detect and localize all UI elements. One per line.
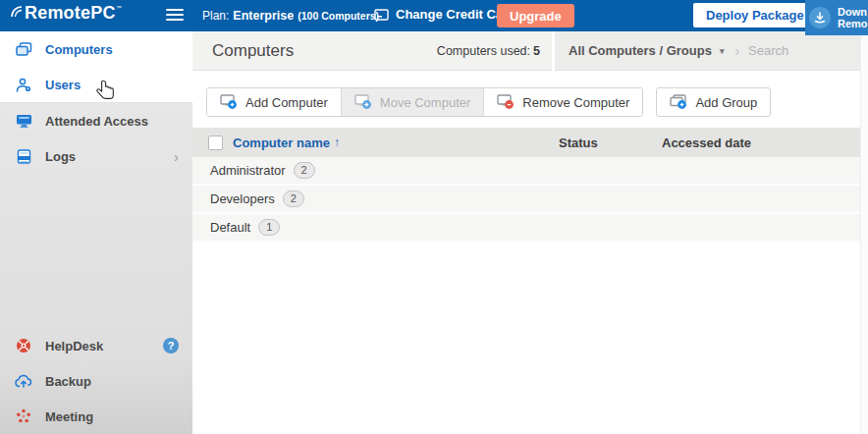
group-name: Developers xyxy=(210,191,275,206)
sidebar-label-backup: Backup xyxy=(45,374,91,389)
dropdown-selected-label: All Computers / Groups xyxy=(569,43,712,58)
logo-signal-icon xyxy=(10,5,24,19)
add-group-icon xyxy=(670,94,687,110)
select-all-checkbox[interactable] xyxy=(208,136,223,150)
add-group-label: Add Group xyxy=(695,95,757,110)
add-computer-icon xyxy=(220,94,238,110)
table-row-administrator[interactable]: Administrator 2 xyxy=(192,157,860,186)
sidebar-item-computers[interactable]: Computers xyxy=(0,31,192,67)
sidebar-top-section: Computers Users xyxy=(0,31,192,103)
table-row-default[interactable]: Default 1 xyxy=(192,214,860,243)
table-row-developers[interactable]: Developers 2 xyxy=(192,186,860,214)
sidebar-item-logs[interactable]: Logs › xyxy=(0,138,192,174)
sidebar-label-attended-access: Attended Access xyxy=(45,114,148,129)
logo-trademark: ™ xyxy=(116,5,122,11)
sidebar-label-helpdesk: HelpDesk xyxy=(45,339,103,353)
plan-capacity: (100 Computers) xyxy=(298,10,379,22)
app-window: RemotePC ™ Plan: Enterprise (100 Compute… xyxy=(0,0,868,434)
column-computer-name[interactable]: Computer name ↑ xyxy=(233,136,340,150)
move-computer-button[interactable]: Move Computer xyxy=(342,88,484,116)
sidebar-label-computers: Computers xyxy=(45,42,113,57)
change-credit-card-link[interactable]: Change Credit Card xyxy=(374,7,515,22)
plan-name: Enterprise xyxy=(233,9,294,23)
credit-card-icon xyxy=(374,9,389,21)
attended-access-icon xyxy=(14,114,33,128)
table-header: Computer name ↑ Status Accessed date xyxy=(192,128,860,157)
filter-bar: All Computers / Groups ▾ › xyxy=(555,31,860,71)
computers-groups-dropdown[interactable]: All Computers / Groups ▾ xyxy=(569,43,724,58)
helpdesk-icon xyxy=(14,338,33,353)
group-count-badge: 2 xyxy=(283,190,304,207)
backup-cloud-icon xyxy=(14,374,33,388)
computers-used-counter: Computers used:5 xyxy=(437,44,540,58)
sidebar-item-users[interactable]: Users xyxy=(0,67,192,102)
sidebar-bottom-section: HelpDesk ? Backup xyxy=(0,328,192,434)
add-computer-button[interactable]: Add Computer xyxy=(207,88,342,116)
search-input[interactable] xyxy=(748,43,868,58)
sidebar-label-users: Users xyxy=(45,78,81,92)
logs-icon xyxy=(14,149,33,164)
remotepc-logo[interactable]: RemotePC ™ xyxy=(10,3,122,24)
move-computer-label: Move Computer xyxy=(380,95,470,110)
add-computer-label: Add Computer xyxy=(245,95,328,110)
main-content: Computers Computers used:5 All Computers… xyxy=(192,31,868,434)
helpdesk-help-icon[interactable]: ? xyxy=(163,338,179,353)
group-rows: Administrator 2 Developers 2 Default 1 xyxy=(192,157,860,243)
download-remotepc-button[interactable]: Down Remo xyxy=(805,0,868,35)
page-header: Computers Computers used:5 xyxy=(192,31,552,71)
chevron-down-icon: ▾ xyxy=(720,46,725,56)
group-name: Default xyxy=(210,220,250,235)
plan-label: Plan: xyxy=(202,9,229,23)
sidebar-label-logs: Logs xyxy=(45,149,76,164)
toolbar: Add Computer Move Computer xyxy=(206,87,771,117)
sidebar-label-meeting: Meeting xyxy=(45,409,93,424)
sidebar-item-backup[interactable]: Backup xyxy=(0,363,192,399)
sidebar-item-meeting[interactable]: Meeting xyxy=(0,399,192,434)
remove-computer-label: Remove Computer xyxy=(522,95,629,110)
filter-separator-chevron-icon: › xyxy=(734,43,739,59)
computers-used-value: 5 xyxy=(533,44,540,58)
computers-icon xyxy=(14,42,33,57)
add-group-button[interactable]: Add Group xyxy=(656,87,771,117)
meeting-icon xyxy=(14,408,33,424)
sidebar-item-helpdesk[interactable]: HelpDesk ? xyxy=(0,328,192,363)
remove-computer-icon xyxy=(497,94,515,110)
download-icon xyxy=(809,7,831,28)
download-label: Down Remo xyxy=(838,6,868,29)
sidebar: Computers Users xyxy=(0,31,192,434)
topbar: RemotePC ™ Plan: Enterprise (100 Compute… xyxy=(0,0,868,31)
page-title: Computers xyxy=(212,41,294,61)
scrollbar-track[interactable] xyxy=(860,31,868,434)
plan-info: Plan: Enterprise (100 Computers) xyxy=(202,9,379,23)
move-computer-icon xyxy=(354,94,372,110)
column-accessed-date: Accessed date xyxy=(662,136,751,150)
column-status: Status xyxy=(559,136,598,150)
users-icon xyxy=(14,78,33,92)
upgrade-button[interactable]: Upgrade xyxy=(497,4,574,27)
computers-used-label: Computers used: xyxy=(437,44,530,58)
logo-text: RemotePC xyxy=(25,3,116,24)
computer-actions-button-group: Add Computer Move Computer xyxy=(206,87,643,117)
group-count-badge: 2 xyxy=(294,162,315,179)
sort-ascending-icon: ↑ xyxy=(334,136,340,149)
hamburger-menu-icon[interactable] xyxy=(166,9,184,23)
group-name: Administrator xyxy=(210,163,286,178)
group-count-badge: 1 xyxy=(258,219,280,236)
remove-computer-button[interactable]: Remove Computer xyxy=(484,88,642,116)
logs-expand-chevron-icon[interactable]: › xyxy=(174,148,179,165)
sidebar-item-attended-access[interactable]: Attended Access xyxy=(0,103,192,138)
deploy-package-button[interactable]: Deploy Package xyxy=(693,3,817,27)
